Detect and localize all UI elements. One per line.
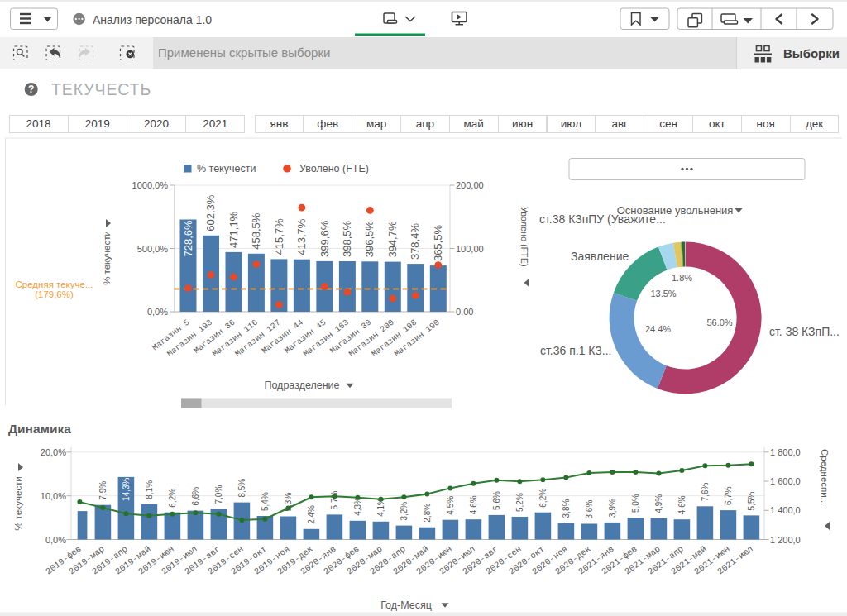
svg-text:413,7%: 413,7%	[295, 218, 308, 255]
svg-text:6,6%: 6,6%	[191, 487, 200, 506]
svg-text:8,1%: 8,1%	[145, 480, 154, 499]
svg-text:4,6%: 4,6%	[469, 495, 478, 514]
svg-text:14,3%: 14,3%	[122, 477, 131, 500]
svg-text:20,0%: 20,0%	[41, 447, 66, 457]
svg-text:?: ?	[28, 84, 34, 95]
svg-text:2,8%: 2,8%	[423, 504, 432, 523]
svg-text:1 800,0: 1 800,0	[770, 447, 801, 457]
svg-text:4,9%: 4,9%	[654, 494, 663, 513]
svg-text:24.4%: 24.4%	[645, 324, 671, 334]
svg-text:398,5%: 398,5%	[341, 220, 353, 257]
svg-text:365,5%: 365,5%	[432, 225, 444, 262]
svg-text:Анализ персонала 1.0: Анализ персонала 1.0	[93, 13, 212, 26]
svg-text:1 200,0: 1 200,0	[770, 535, 801, 545]
svg-text:Уволено (FTE): Уволено (FTE)	[299, 163, 369, 174]
svg-text:3,2%: 3,2%	[400, 502, 409, 521]
svg-text:56.0%: 56.0%	[706, 318, 732, 327]
svg-text:7,6%: 7,6%	[701, 482, 710, 501]
svg-text:1.8%: 1.8%	[672, 273, 692, 283]
svg-text:5,7%: 5,7%	[330, 490, 339, 509]
svg-text:3,6%: 3,6%	[585, 500, 594, 519]
svg-text:ТЕКУЧЕСТЬ: ТЕКУЧЕСТЬ	[51, 80, 151, 98]
svg-text:500,0%: 500,0%	[137, 244, 169, 254]
svg-text:200,00: 200,00	[456, 180, 484, 190]
svg-text:10,0%: 10,0%	[41, 491, 66, 501]
svg-text:458,5%: 458,5%	[250, 212, 262, 250]
svg-text:399,6%: 399,6%	[318, 220, 331, 257]
svg-text:Уволено (FTE): Уволено (FTE)	[519, 207, 529, 267]
svg-text:0,0%: 0,0%	[147, 307, 168, 317]
svg-text:4,5%: 4,5%	[446, 496, 455, 515]
svg-text:Заявление: Заявление	[571, 250, 629, 263]
svg-text:396,5%: 396,5%	[364, 221, 376, 258]
svg-text:7,9%: 7,9%	[98, 481, 108, 500]
svg-text:602,3%: 602,3%	[204, 194, 217, 232]
svg-text:6,2%: 6,2%	[168, 489, 177, 508]
svg-text:5,5%: 5,5%	[747, 491, 756, 510]
svg-text:0,00: 0,00	[456, 307, 473, 317]
svg-text:Год-Месяц: Год-Месяц	[380, 599, 432, 611]
svg-text:5,2%: 5,2%	[515, 493, 524, 512]
svg-text:% текучести: % текучести	[197, 163, 256, 174]
svg-text:394,7%: 394,7%	[386, 221, 399, 258]
svg-text:3,8%: 3,8%	[562, 499, 571, 518]
svg-text:7,0%: 7,0%	[214, 485, 223, 504]
svg-text:6,7%: 6,7%	[724, 486, 733, 505]
svg-text:Подразделение: Подразделение	[264, 380, 339, 391]
svg-text:1 400,0: 1 400,0	[770, 505, 801, 515]
svg-text:4,6%: 4,6%	[677, 495, 687, 514]
svg-text:2,4%: 2,4%	[307, 505, 316, 524]
svg-text:471,1%: 471,1%	[227, 211, 240, 248]
svg-text:5,4%: 5,4%	[261, 492, 270, 511]
svg-text:5,0%: 5,0%	[631, 494, 640, 513]
svg-text:% текучести: % текучести	[102, 231, 112, 285]
svg-text:ст.36 п.1 КЗ...: ст.36 п.1 КЗ...	[540, 344, 611, 357]
svg-text:Средняя текуче...: Средняя текуче...	[16, 279, 93, 289]
svg-text:1000,0%: 1000,0%	[132, 180, 169, 190]
svg-text:ст. 38 КЗпП...: ст. 38 КЗпП...	[769, 325, 840, 338]
svg-text:Динамика: Динамика	[8, 422, 71, 436]
svg-text:(179,6%): (179,6%)	[35, 289, 74, 299]
svg-text:100,00: 100,00	[456, 244, 484, 254]
svg-text:6,2%: 6,2%	[538, 489, 548, 508]
svg-text:1 600,0: 1 600,0	[770, 476, 801, 486]
svg-text:% текучести: % текучести	[13, 476, 23, 531]
svg-text:378,4%: 378,4%	[409, 223, 422, 260]
svg-text:Основание увольнения: Основание увольнения	[617, 204, 734, 217]
svg-text:Выборки: Выборки	[783, 46, 840, 60]
svg-text:13.5%: 13.5%	[650, 289, 676, 298]
svg-text:0,0%: 0,0%	[45, 535, 66, 545]
svg-text:Среднеспи...: Среднеспи...	[820, 449, 830, 505]
svg-text:728,6%: 728,6%	[182, 220, 194, 257]
svg-text:415,7%: 415,7%	[273, 218, 285, 255]
svg-text:5,6%: 5,6%	[492, 491, 501, 510]
svg-text:3,9%: 3,9%	[608, 499, 617, 518]
svg-text:8,5%: 8,5%	[237, 479, 246, 498]
